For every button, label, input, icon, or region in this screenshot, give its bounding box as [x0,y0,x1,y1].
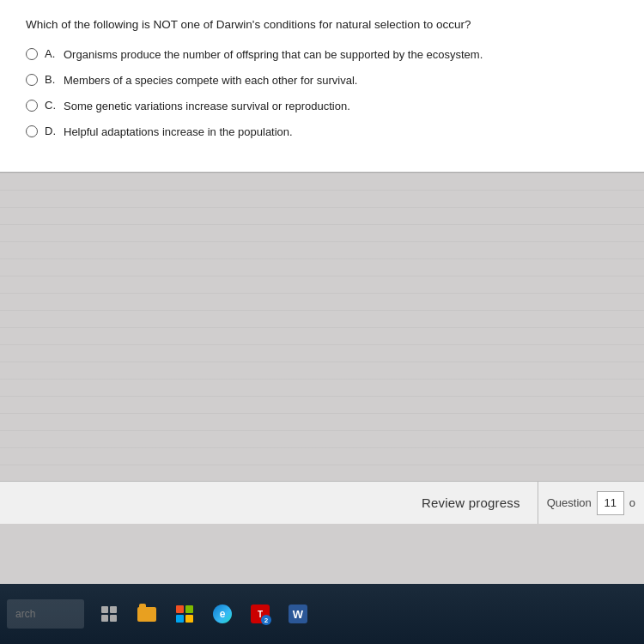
option-a[interactable]: A. Organisms produce the number of offsp… [26,47,618,63]
question-number-box: 11 [597,491,624,515]
t2-app-icon[interactable]: T 2 [244,598,276,630]
folder-shape [137,607,156,622]
question-text: Which of the following is NOT one of Dar… [26,17,618,33]
review-progress-button[interactable]: Review progress [404,489,538,517]
edge-browser-icon[interactable]: e [206,598,239,630]
t2-badge: 2 [261,615,271,625]
taskbar: e T 2 W [0,584,644,644]
taskview-grid [101,606,117,622]
option-b-letter: B. [45,73,57,86]
windows-logo-icon[interactable] [168,598,201,630]
option-a-letter: A. [45,47,57,60]
word-app-icon[interactable]: W [282,598,314,630]
taskbar-icons: e T 2 W [93,598,314,630]
taskview-icon[interactable] [93,598,125,630]
t2-shape: T 2 [251,605,270,623]
question-card: Which of the following is NOT one of Dar… [0,0,644,173]
empty-area [0,173,644,533]
option-b-text: Members of a species compete with each o… [64,73,357,88]
option-c[interactable]: C. Some genetic variations increase surv… [26,99,618,114]
question-of: o [629,496,635,509]
radio-b[interactable] [26,74,38,86]
taskbar-search-input[interactable] [7,599,84,629]
option-c-letter: C. [45,99,57,112]
question-label: Question [547,496,592,509]
option-d-text: Helpful adaptations increase in the popu… [64,125,293,140]
word-shape: W [289,605,307,623]
radio-d[interactable] [26,125,38,137]
radio-a[interactable] [26,48,38,60]
option-d[interactable]: D. Helpful adaptations increase in the p… [26,125,618,140]
edge-shape: e [213,605,232,623]
question-nav: Question 11 o [538,482,644,524]
option-b[interactable]: B. Members of a species compete with eac… [26,73,618,88]
option-a-text: Organisms produce the number of offsprin… [64,47,483,63]
main-content: Which of the following is NOT one of Dar… [0,0,644,584]
folder-icon[interactable] [131,598,163,630]
win-logo-grid [176,605,193,623]
option-d-letter: D. [45,125,57,137]
bottom-bar: Review progress Question 11 o [0,481,644,524]
option-c-text: Some genetic variations increase surviva… [64,99,350,114]
radio-c[interactable] [26,100,38,112]
